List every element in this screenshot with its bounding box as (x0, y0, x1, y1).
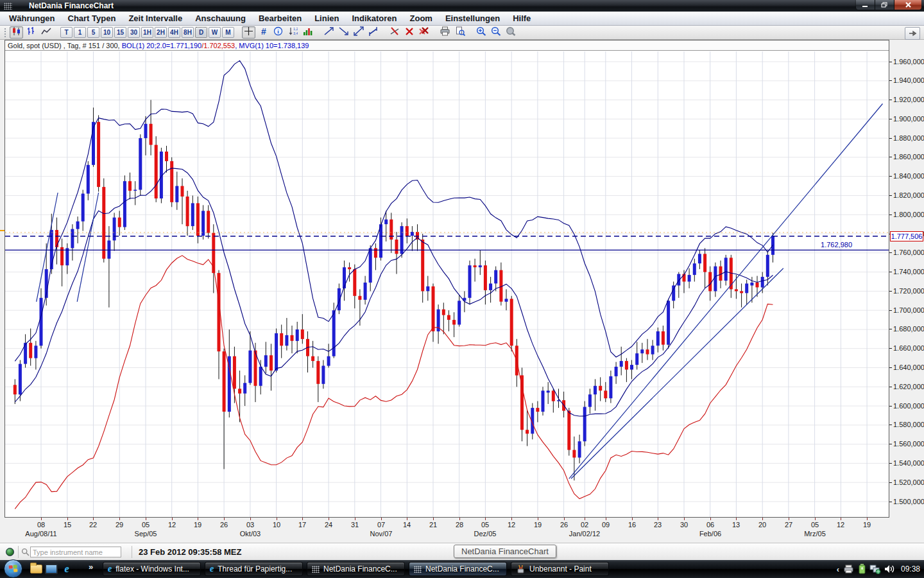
trendline-segment-button[interactable] (366, 26, 380, 39)
print-preview-button[interactable] (453, 26, 466, 39)
interval-button-D[interactable]: D (195, 27, 207, 38)
menu-item-chart-typen[interactable]: Chart Typen (62, 12, 123, 25)
y-axis-label: 1.940,000 (893, 76, 923, 85)
interval-button-15[interactable]: 15 (114, 27, 126, 38)
chart-legend: Gold, spot (USD) , Tag, # 151 / 300, BOL… (5, 40, 889, 51)
taskbar-button-4[interactable]: NetDania FinanceC... (409, 562, 507, 576)
internet-explorer-icon[interactable]: e (59, 561, 74, 577)
interval-button-M[interactable]: M (222, 27, 234, 38)
separator (132, 546, 132, 558)
menu-item-zeit-intervalle[interactable]: Zeit Intervalle (122, 12, 189, 25)
delete-button[interactable] (402, 26, 416, 39)
zoom-box-button[interactable] (504, 26, 517, 39)
y-axis-tick (889, 425, 892, 425)
tray-chevron[interactable]: ‹ (837, 565, 839, 574)
interval-button-1H[interactable]: 1H (141, 27, 153, 38)
y-axis-label: 1.740,000 (893, 268, 923, 276)
x-axis-tick (329, 518, 329, 520)
crosshair-button[interactable] (242, 26, 255, 39)
x-axis-tick (67, 518, 68, 520)
separator (18, 546, 19, 558)
interval-button-W[interactable]: W (209, 27, 221, 38)
ohlc-bar-chart-button[interactable] (24, 26, 38, 39)
delete-all-icon (418, 26, 429, 39)
interval-button-T[interactable]: T (60, 27, 73, 38)
volume-button[interactable] (301, 26, 314, 39)
volume-tray-icon[interactable] (884, 564, 895, 574)
grid-button[interactable]: # (257, 26, 270, 39)
minimize-button[interactable] (856, 0, 875, 10)
print-button[interactable] (438, 26, 452, 39)
taskbar-button-3[interactable]: NetDania FinanceC... (307, 562, 405, 576)
start-button[interactable] (4, 559, 22, 578)
delete-all-button[interactable] (417, 26, 431, 39)
toolbar-grip (4, 28, 6, 38)
taskbar-button-1[interactable]: eflatex - Windows Int... (103, 562, 201, 576)
x-axis-label: 06 (696, 521, 724, 529)
x-axis-label: 17 (288, 521, 316, 529)
battery-tray-icon[interactable] (858, 564, 866, 574)
menu-item-hilfe[interactable]: Hilfe (506, 12, 537, 25)
y-axis-tick (889, 176, 892, 177)
legend-mvg: , MVG(1) 10=1.738,139 (235, 42, 309, 49)
x-axis-tick (684, 518, 685, 520)
task-buttons: eflatex - Windows Int...eThread für Papi… (103, 562, 609, 576)
instrument-search-input[interactable] (30, 547, 121, 557)
price-plot[interactable] (5, 51, 889, 517)
menu-item-indikatoren[interactable]: Indikatoren (345, 12, 403, 25)
menu-item-anschauung[interactable]: Anschauung (189, 12, 252, 25)
x-axis-tick (841, 518, 841, 520)
menu-item-linien[interactable]: Linien (308, 12, 345, 25)
interval-button-8H[interactable]: 8H (182, 27, 194, 38)
menu-item-zoom[interactable]: Zoom (404, 12, 439, 25)
title-bar[interactable]: NetDania FinanceChart (0, 0, 924, 12)
x-axis-month-label: Aug/08/11 (22, 530, 60, 538)
x-axis-tick (198, 518, 198, 520)
interval-button-2H[interactable]: 2H (155, 27, 167, 38)
info-button[interactable]: i (271, 26, 285, 39)
close-button[interactable] (894, 0, 921, 10)
x-axis-label: 31 (341, 521, 369, 529)
x-axis-tick (815, 518, 816, 520)
trendline-down-button[interactable] (337, 26, 350, 39)
y-axis-label: 1.820,000 (893, 191, 923, 200)
network-tray-icon[interactable] (869, 564, 881, 574)
taskbar-button-2[interactable]: eThread für Papiertig... (205, 562, 303, 576)
paint-icon (516, 565, 526, 574)
menu-item-währungen[interactable]: Währungen (3, 12, 62, 25)
printer-tray-icon[interactable] (843, 564, 855, 574)
internet-explorer-icon: e (108, 564, 112, 574)
menu-item-bearbeiten[interactable]: Bearbeiten (252, 12, 308, 25)
y-axis-label: 1.620,000 (893, 383, 923, 391)
line-chart-button[interactable] (39, 26, 53, 39)
interval-button-5[interactable]: 5 (87, 27, 99, 38)
x-axis-label: 28 (445, 521, 474, 529)
x-axis-tick (355, 518, 355, 520)
taskbar-button-5[interactable]: Unbenannt - Paint (511, 562, 609, 576)
zoom-in-button[interactable] (474, 26, 488, 39)
scale-button[interactable]: 1,23,4 (286, 26, 300, 39)
zoom-box-icon (506, 26, 516, 39)
show-desktop-icon[interactable] (44, 561, 59, 577)
interval-button-4H[interactable]: 4H (168, 27, 180, 38)
y-axis-label: 1.660,000 (893, 344, 923, 353)
interval-button-30[interactable]: 30 (128, 27, 140, 38)
trendline-up-button[interactable] (322, 26, 336, 39)
trendline-both-button[interactable] (352, 26, 365, 39)
menu-item-einstellungen[interactable]: Einstellungen (439, 12, 506, 25)
quicklaunch-folder-icon[interactable] (28, 561, 44, 577)
zoom-out-button[interactable] (489, 26, 502, 39)
x-axis-tick (407, 518, 407, 520)
x-axis-tick (172, 518, 173, 520)
interval-button-10[interactable]: 10 (101, 27, 113, 38)
quicklaunch-overflow-chevron[interactable]: » (89, 562, 93, 572)
volume-icon (303, 26, 312, 39)
y-axis-label: 1.580,000 (893, 421, 923, 429)
candlestick-chart-button[interactable] (10, 26, 23, 39)
pin-icon (909, 30, 917, 37)
pin-button[interactable] (905, 27, 920, 40)
interval-button-1[interactable]: 1 (74, 27, 86, 38)
remove-line-button[interactable] (388, 26, 401, 39)
restore-button[interactable] (875, 0, 894, 10)
taskbar-clock[interactable]: 09:38 (901, 565, 920, 574)
